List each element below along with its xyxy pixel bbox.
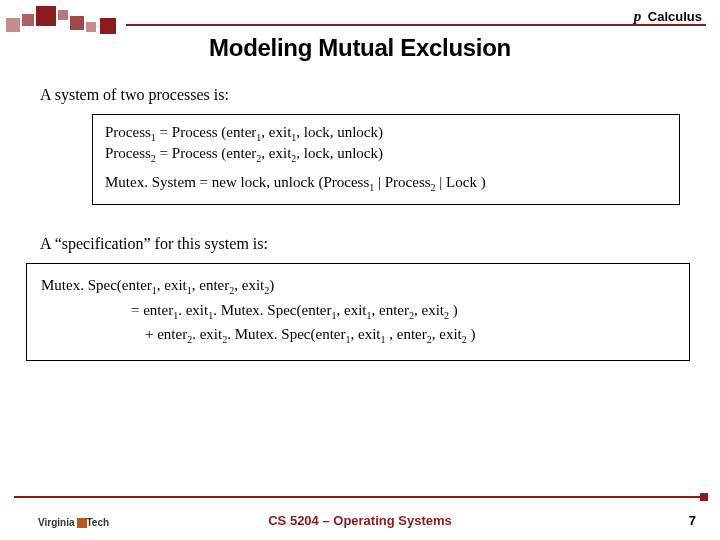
slide-content: A system of two processes is: Process1 =…	[40, 86, 680, 361]
intro-para-2: A “specification” for this system is:	[40, 235, 680, 253]
footer-rule	[14, 496, 706, 498]
page-number: 7	[689, 513, 696, 528]
corner-decoration	[6, 6, 126, 36]
definition-box-1: Process1 = Process (enter1, exit1, lock,…	[92, 114, 680, 205]
slide-title: Modeling Mutual Exclusion	[0, 34, 720, 62]
box1-line2: Process2 = Process (enter2, exit2, lock,…	[105, 144, 669, 165]
footer-course: CS 5204 – Operating Systems	[0, 513, 720, 528]
header-rule	[126, 24, 706, 26]
pi-symbol: p	[634, 8, 642, 24]
intro-para-1: A system of two processes is:	[40, 86, 680, 104]
box2-line2: = enter1. exit1. Mutex. Spec(enter1, exi…	[131, 299, 677, 324]
box2-line3: + enter2. exit2. Mutex. Spec(enter1, exi…	[145, 323, 677, 348]
box1-line3: Mutex. System = new lock, unlock (Proces…	[105, 173, 669, 194]
slide-footer: VirginiaTech CS 5204 – Operating Systems…	[0, 508, 720, 530]
box1-line1: Process1 = Process (enter1, exit1, lock,…	[105, 123, 669, 144]
box2-line1: Mutex. Spec(enter1, exit1, enter2, exit2…	[41, 274, 677, 299]
footer-rule-dot	[700, 493, 708, 501]
calculus-label: Calculus	[644, 9, 702, 24]
definition-box-2: Mutex. Spec(enter1, exit1, enter2, exit2…	[26, 263, 690, 361]
header-topic: p Calculus	[634, 8, 702, 25]
